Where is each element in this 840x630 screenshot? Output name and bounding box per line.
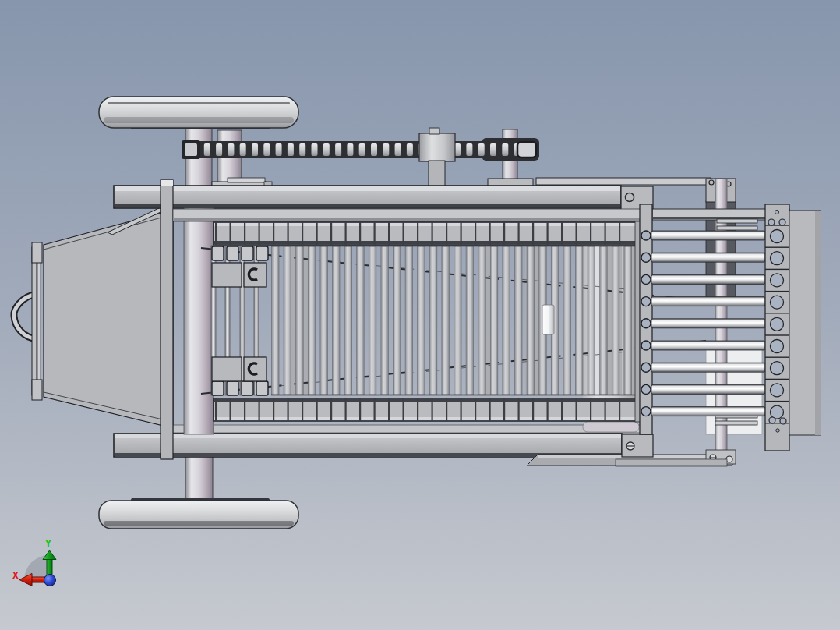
chain-roller (299, 143, 305, 156)
center-hub (542, 305, 554, 334)
conveyor-slat (381, 246, 389, 395)
band-link-divider (244, 222, 245, 245)
band-link-divider (489, 398, 491, 421)
grate-rod (651, 253, 765, 262)
y-axis-label: Y (45, 537, 51, 549)
chain-roller (228, 143, 234, 156)
cad-canvas[interactable]: X Y (0, 0, 840, 630)
conveyor-slat (515, 246, 523, 395)
conveyor-slat (357, 246, 365, 395)
chain-roller (288, 143, 294, 156)
band-link-divider (503, 398, 505, 421)
chain-roller (276, 143, 282, 156)
band-link-divider (417, 222, 418, 245)
band-link-divider (489, 222, 491, 245)
band-link-divider (547, 398, 549, 421)
band-link-divider (316, 398, 318, 421)
rear-end-plate-edge (815, 211, 821, 435)
band-link-divider (461, 222, 462, 245)
band-link-divider (215, 398, 217, 421)
band-link-divider (432, 398, 433, 421)
rear-grate-section (616, 179, 821, 466)
band-link-divider (576, 398, 577, 421)
grate-rod (651, 274, 765, 284)
band-link-divider (388, 398, 390, 421)
bearing-block-bottom-left (212, 357, 242, 381)
conveyor-slat (503, 246, 510, 395)
thin-plate (717, 226, 757, 230)
top-rail-shadow-line (115, 204, 620, 207)
top-wheel-shade (104, 117, 294, 123)
rail-hole (641, 363, 651, 372)
bottom-band-highlight (214, 417, 638, 420)
thin-plate (717, 219, 757, 223)
segment-small-hole (769, 417, 775, 423)
band-link-divider (403, 222, 404, 245)
band-link-divider (259, 398, 260, 421)
rail-tab-plate-upper (228, 178, 265, 182)
band-link-divider (461, 398, 462, 421)
band-link-divider (590, 222, 591, 245)
chain-roller (240, 143, 246, 156)
grate-rail-holes (641, 231, 651, 416)
conveyor-slat (454, 246, 462, 395)
z-axis-sphere[interactable] (44, 575, 56, 586)
band-link-divider (316, 222, 318, 245)
rail-hole (641, 253, 651, 262)
blade-tab-top (32, 242, 42, 263)
chain-roller (252, 143, 258, 156)
band-link-divider (446, 398, 447, 421)
band-link-divider (215, 222, 217, 245)
band-link-divider (359, 398, 361, 421)
conveyor-slat (442, 246, 450, 395)
hub-nub (429, 128, 439, 134)
conveyor-slat (296, 246, 304, 395)
bottom-rail-highlight (115, 434, 621, 438)
band-link-divider (576, 222, 577, 245)
segment-small-hole (780, 418, 786, 424)
segment-tiny-hole (776, 429, 779, 432)
band-link-divider (374, 398, 376, 421)
segment-small-hole (779, 219, 785, 225)
top-wheel-tread-line (108, 102, 290, 104)
left-post-cap (161, 180, 173, 186)
grate-rod (651, 319, 765, 328)
band-link-divider (432, 222, 433, 245)
guide-roller (212, 381, 224, 395)
conveyor-slat (333, 246, 341, 395)
cad-application-viewport[interactable]: X Y (0, 0, 840, 630)
band-link-divider (359, 222, 361, 245)
guide-roller (256, 246, 268, 260)
chain-roller (312, 143, 318, 156)
band-link-divider (330, 222, 332, 245)
conveyor-slat (478, 246, 486, 395)
segment-hole (771, 362, 784, 375)
band-link-divider (288, 222, 289, 245)
chain-left-roller (185, 143, 197, 156)
bearing-block-top-right (244, 263, 266, 287)
chain-roller (371, 143, 377, 156)
segment-hole (771, 384, 784, 397)
segment-small-hole (768, 219, 775, 225)
guide-roller (227, 381, 238, 395)
rear-axle-tube (185, 455, 213, 502)
top-band-shadow (214, 241, 638, 244)
chain-roller (502, 143, 508, 156)
band-link-divider (403, 398, 404, 421)
conveyor-top-side-rail-edge (173, 218, 651, 221)
chain-roller (204, 143, 210, 156)
bottom-wheel-shade (104, 521, 294, 526)
conveyor-slat (466, 246, 474, 395)
conveyor-slat (369, 246, 376, 395)
guide-roller (212, 246, 224, 260)
band-link-divider (561, 222, 563, 245)
chain-roller (490, 143, 496, 156)
band-link-divider (302, 222, 303, 245)
segment-tiny-hole (775, 211, 779, 214)
band-link-divider (619, 398, 620, 421)
grate-rod (651, 384, 765, 394)
bottom-band-shadow (214, 399, 638, 402)
band-link-divider (547, 222, 549, 245)
conveyor-slat (600, 246, 608, 395)
grate-rod (651, 297, 765, 306)
